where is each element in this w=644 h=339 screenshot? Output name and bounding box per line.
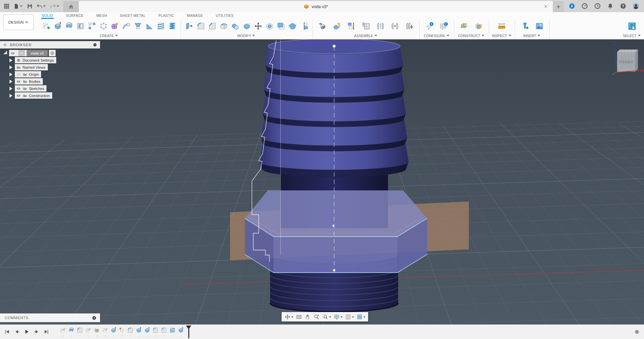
timeline-playhead[interactable] <box>186 326 192 338</box>
group-label-create[interactable]: CREATE <box>100 33 119 38</box>
group-label-configure[interactable]: CONFIGURE <box>424 33 450 38</box>
orbit-icon[interactable] <box>283 313 294 321</box>
measure-icon[interactable] <box>494 20 509 32</box>
dropdown-caret[interactable] <box>291 316 293 319</box>
browser-root-row[interactable]: voda v3 <box>0 50 101 56</box>
rigid-group-icon[interactable] <box>402 20 417 32</box>
dropdown-caret[interactable] <box>352 316 354 319</box>
file-menu-icon[interactable] <box>12 2 25 11</box>
insert-derive-icon[interactable] <box>315 20 330 32</box>
browser-root-label[interactable]: voda v3 <box>27 50 48 56</box>
new-component-icon[interactable] <box>330 20 344 32</box>
dropdown-caret[interactable] <box>329 316 331 319</box>
step-forward-button[interactable] <box>33 328 40 336</box>
thread-icon[interactable] <box>155 20 166 32</box>
viewcube-front-label[interactable]: FRONT <box>619 60 634 64</box>
skip-start-button[interactable] <box>3 328 11 336</box>
close-tab-icon[interactable] <box>543 4 548 9</box>
display-settings-icon[interactable] <box>332 313 344 321</box>
add-comment-icon[interactable] <box>92 315 97 320</box>
pan-icon[interactable] <box>303 313 312 321</box>
skip-end-button[interactable] <box>42 328 50 336</box>
tab-utilities[interactable]: UTILITIES <box>215 13 234 19</box>
browser-item-origin[interactable]: Origin <box>0 71 101 78</box>
dropdown-caret[interactable] <box>363 316 365 319</box>
insert-canvas-icon[interactable] <box>532 20 547 32</box>
help-icon[interactable]: ? <box>618 1 628 11</box>
offset-plane-icon[interactable] <box>472 20 486 32</box>
tab-sheet-metal[interactable]: SHEET METAL <box>119 13 146 19</box>
collapsed-arrow-icon[interactable] <box>9 87 12 91</box>
timeline-feature-fillet-12[interactable] <box>151 326 160 334</box>
group-label-insert[interactable]: INSERT <box>523 33 541 38</box>
timeline-feature-extrude-7[interactable] <box>109 326 118 334</box>
split-body-icon[interactable] <box>241 20 252 32</box>
save-icon[interactable] <box>25 2 34 11</box>
offset-face-icon[interactable] <box>264 20 275 32</box>
performance-icon[interactable] <box>580 1 589 11</box>
tab-mesh[interactable]: MESH <box>96 13 108 19</box>
eye-off-icon[interactable] <box>16 72 21 77</box>
zoom-icon[interactable] <box>312 313 321 321</box>
timeline-feature-sketch-4[interactable] <box>84 326 92 334</box>
eye-icon[interactable] <box>9 50 17 56</box>
timeline-feature-plane-5[interactable] <box>92 326 101 334</box>
joint-icon[interactable] <box>373 20 388 32</box>
revolve-icon[interactable] <box>63 20 75 32</box>
viewport[interactable]: FRONT Z X BROWSER voda v3Document Settin… <box>0 39 644 325</box>
group-label-assemble[interactable]: ASSEMBLE <box>354 33 378 38</box>
browser-item-construction[interactable]: Construction <box>0 92 101 99</box>
redo-icon[interactable] <box>49 2 61 11</box>
group-label-inspect[interactable]: INSPECT <box>492 33 512 38</box>
configuration-icon[interactable] <box>422 20 437 32</box>
browser-item-label[interactable]: Bodies <box>29 80 40 84</box>
insert-fastener-icon[interactable] <box>518 20 532 32</box>
rib-icon[interactable] <box>143 20 155 32</box>
fit-icon[interactable] <box>321 313 332 321</box>
profile-avatar[interactable] <box>631 1 641 11</box>
tab-solid[interactable]: SOLID <box>41 13 54 19</box>
as-built-joint-icon[interactable] <box>388 20 402 32</box>
tab-plastic[interactable]: PLASTIC <box>158 13 175 19</box>
replace-face-icon[interactable] <box>275 20 287 32</box>
collapsed-arrow-icon[interactable] <box>9 94 12 98</box>
tab-manage[interactable]: MANAGE <box>186 13 204 19</box>
select-icon[interactable] <box>625 20 639 32</box>
tab-surface[interactable]: SURFACE <box>65 13 84 19</box>
bom-icon[interactable] <box>359 20 373 32</box>
collapsed-arrow-icon[interactable] <box>9 72 12 76</box>
timeline-feature-extrude-11[interactable] <box>143 326 151 334</box>
chamfer-icon[interactable] <box>206 20 218 32</box>
timeline-feature-fillet-3[interactable] <box>75 326 84 334</box>
eye-icon[interactable] <box>16 93 21 98</box>
comments-bar[interactable]: COMMENTS <box>0 313 100 322</box>
sketch-point-mid[interactable] <box>332 225 334 227</box>
viewports-icon[interactable] <box>355 313 366 321</box>
configuration-table-icon[interactable] <box>437 20 451 32</box>
app-grid-icon[interactable] <box>2 2 11 11</box>
timeline-feature-revolve-2[interactable] <box>67 326 75 334</box>
coil-icon[interactable] <box>166 20 178 32</box>
timeline-feature-thread-14[interactable] <box>168 326 176 334</box>
browser-item-label[interactable]: Document Settings <box>23 58 54 62</box>
timeline-feature-component-error-8[interactable] <box>118 326 126 334</box>
extensions-icon[interactable] <box>567 1 577 11</box>
notifications-icon[interactable] <box>606 1 615 11</box>
combine-icon[interactable] <box>229 20 241 32</box>
grid-settings-icon[interactable] <box>344 313 355 321</box>
create-form-icon[interactable] <box>109 20 121 32</box>
sweep-icon[interactable] <box>121 20 132 32</box>
new-tab-button[interactable] <box>553 1 564 12</box>
play-button[interactable] <box>23 328 30 336</box>
collapsed-arrow-icon[interactable] <box>9 65 12 69</box>
timeline-feature-extrude-10[interactable] <box>134 326 143 334</box>
recent-icon[interactable] <box>593 1 602 11</box>
collapse-panel-icon[interactable] <box>3 42 7 47</box>
step-back-button[interactable] <box>13 328 21 336</box>
home-tab[interactable] <box>63 1 79 12</box>
timeline-feature-fillet-9[interactable] <box>126 326 134 334</box>
loft-icon[interactable] <box>132 20 143 32</box>
undo-icon[interactable] <box>35 2 48 11</box>
group-label-select[interactable]: SELECT <box>623 33 641 38</box>
eye-icon[interactable] <box>16 79 21 84</box>
